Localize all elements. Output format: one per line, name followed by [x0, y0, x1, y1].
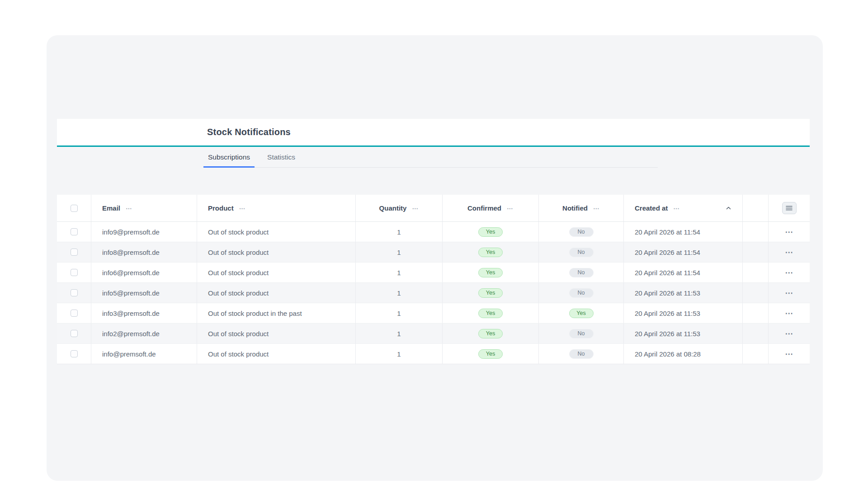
subscriptions-table: Email ⋯ Product ⋯ Quantity ⋯ Confirmed ⋯… [57, 195, 810, 364]
created-at-cell: 20 April 2026 at 11:54 [624, 222, 743, 242]
header-created-at-label: Created at [635, 204, 668, 212]
table-row: info5@premsoft.de Out of stock product 1… [57, 283, 810, 303]
notified-badge: No [569, 248, 594, 257]
header-confirmed: Confirmed ⋯ [443, 195, 539, 221]
confirmed-cell: Yes [443, 303, 539, 323]
created-at-cell: 20 April 2026 at 11:53 [624, 283, 743, 303]
hamburger-icon [786, 206, 793, 211]
header-notified: Notified ⋯ [539, 195, 624, 221]
product-cell: Out of stock product [197, 263, 356, 282]
notified-badge: No [569, 227, 594, 237]
email-cell: info9@premsoft.de [91, 222, 197, 242]
notified-cell: No [539, 263, 624, 282]
row-actions-icon[interactable]: ⋯ [785, 228, 793, 236]
row-checkbox-cell [57, 344, 91, 364]
tab-subscriptions[interactable]: Subscriptions [203, 148, 255, 167]
header-quantity-label: Quantity [379, 204, 407, 212]
row-actions-icon[interactable]: ⋯ [785, 310, 793, 317]
actions-cell: ⋯ [769, 263, 810, 282]
spacer-cell [743, 344, 769, 364]
spacer-cell [743, 263, 769, 282]
header-product: Product ⋯ [197, 195, 356, 221]
actions-cell: ⋯ [769, 303, 810, 323]
confirmed-cell: Yes [443, 344, 539, 364]
notified-column-options-icon[interactable]: ⋯ [593, 205, 600, 211]
header-actions-cell [769, 195, 810, 221]
table-row: info@premsoft.de Out of stock product 1 … [57, 344, 810, 364]
header-confirmed-label: Confirmed [467, 204, 501, 212]
confirmed-badge: Yes [478, 329, 503, 338]
row-checkbox-cell [57, 222, 91, 242]
card-title-bar: Stock Notifications [57, 119, 810, 147]
table-row: info2@premsoft.de Out of stock product 1… [57, 324, 810, 344]
table-body: info9@premsoft.de Out of stock product 1… [57, 222, 810, 364]
notified-badge: Yes [569, 309, 594, 318]
created-at-cell: 20 April 2026 at 08:28 [624, 344, 743, 364]
actions-cell: ⋯ [769, 344, 810, 364]
row-actions-icon[interactable]: ⋯ [785, 350, 793, 358]
row-checkbox[interactable] [71, 269, 78, 276]
tab-statistics[interactable]: Statistics [263, 148, 300, 167]
row-checkbox[interactable] [71, 249, 78, 256]
header-checkbox-cell [57, 195, 91, 221]
select-all-checkbox[interactable] [71, 205, 78, 212]
notified-badge: No [569, 268, 594, 277]
confirmed-badge: Yes [478, 248, 503, 257]
notified-badge: No [569, 329, 594, 338]
product-cell: Out of stock product [197, 222, 356, 242]
spacer-cell [743, 222, 769, 242]
row-actions-icon[interactable]: ⋯ [785, 269, 793, 277]
quantity-column-options-icon[interactable]: ⋯ [412, 205, 419, 211]
created-at-column-options-icon[interactable]: ⋯ [673, 205, 680, 211]
email-cell: info5@premsoft.de [91, 283, 197, 303]
confirmed-column-options-icon[interactable]: ⋯ [507, 205, 514, 211]
row-checkbox[interactable] [71, 289, 78, 296]
row-checkbox-cell [57, 303, 91, 323]
row-checkbox[interactable] [71, 228, 78, 235]
row-checkbox-cell [57, 242, 91, 262]
stock-notifications-card: Stock Notifications Subscriptions Statis… [57, 119, 810, 364]
confirmed-cell: Yes [443, 222, 539, 242]
actions-cell: ⋯ [769, 242, 810, 262]
table-menu-button[interactable] [782, 202, 797, 214]
email-cell: info3@premsoft.de [91, 303, 197, 323]
notified-badge: No [569, 349, 594, 359]
row-checkbox[interactable] [71, 330, 78, 337]
product-cell: Out of stock product [197, 283, 356, 303]
confirmed-badge: Yes [478, 227, 503, 237]
quantity-cell: 1 [356, 242, 443, 262]
spacer-cell [743, 324, 769, 343]
quantity-cell: 1 [356, 263, 443, 282]
row-checkbox[interactable] [71, 310, 78, 317]
header-quantity: Quantity ⋯ [356, 195, 443, 221]
email-cell: info8@premsoft.de [91, 242, 197, 262]
row-actions-icon[interactable]: ⋯ [785, 330, 793, 338]
product-column-options-icon[interactable]: ⋯ [239, 205, 246, 211]
created-at-cell: 20 April 2026 at 11:54 [624, 242, 743, 262]
quantity-cell: 1 [356, 283, 443, 303]
row-checkbox-cell [57, 283, 91, 303]
created-at-cell: 20 April 2026 at 11:53 [624, 303, 743, 323]
header-spacer-cell [743, 195, 769, 221]
confirmed-badge: Yes [478, 288, 503, 298]
spacer-cell [743, 283, 769, 303]
sort-ascending-icon[interactable] [726, 206, 731, 210]
row-checkbox[interactable] [71, 350, 78, 357]
email-cell: info6@premsoft.de [91, 263, 197, 282]
confirmed-badge: Yes [478, 309, 503, 318]
page-title: Stock Notifications [207, 127, 291, 137]
quantity-cell: 1 [356, 324, 443, 343]
product-cell: Out of stock product in the past [197, 303, 356, 323]
actions-cell: ⋯ [769, 283, 810, 303]
content-panel: Stock Notifications Subscriptions Statis… [47, 35, 823, 481]
confirmed-cell: Yes [443, 263, 539, 282]
row-actions-icon[interactable]: ⋯ [785, 249, 793, 256]
email-cell: info2@premsoft.de [91, 324, 197, 343]
row-actions-icon[interactable]: ⋯ [785, 289, 793, 297]
email-column-options-icon[interactable]: ⋯ [126, 205, 132, 211]
notified-badge: No [569, 288, 594, 298]
created-at-cell: 20 April 2026 at 11:53 [624, 324, 743, 343]
header-email: Email ⋯ [91, 195, 197, 221]
confirmed-cell: Yes [443, 242, 539, 262]
table-row: info8@premsoft.de Out of stock product 1… [57, 242, 810, 263]
